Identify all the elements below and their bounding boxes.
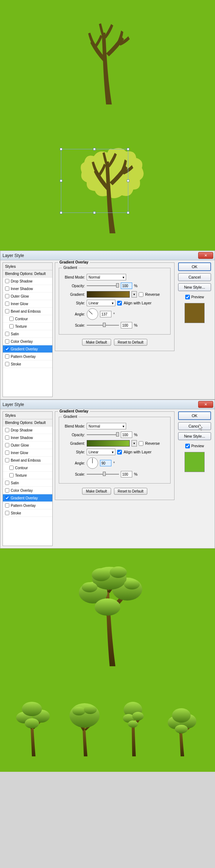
style-list-item[interactable]: Inner Shadow bbox=[3, 285, 52, 293]
style-checkbox[interactable] bbox=[9, 473, 14, 477]
style-list-item[interactable]: Texture bbox=[3, 472, 52, 479]
blending-options-row[interactable]: Blending Options: Default bbox=[3, 419, 52, 426]
style-checkbox[interactable] bbox=[5, 362, 9, 366]
slider-thumb[interactable] bbox=[116, 432, 119, 437]
transform-handle[interactable] bbox=[60, 148, 62, 150]
slider-thumb[interactable] bbox=[116, 283, 119, 288]
style-list-item[interactable]: Bevel and Emboss bbox=[3, 308, 52, 315]
style-list-item[interactable]: Contour bbox=[3, 315, 52, 323]
style-list-item[interactable]: Gradient Overlay bbox=[3, 494, 52, 502]
transform-handle[interactable] bbox=[60, 211, 62, 214]
align-checkbox[interactable] bbox=[117, 450, 122, 454]
blendmode-select[interactable]: Normal▾ bbox=[87, 423, 126, 429]
styles-header[interactable]: Styles bbox=[3, 412, 52, 419]
reverse-checkbox[interactable] bbox=[139, 441, 143, 446]
style-checkbox[interactable] bbox=[5, 451, 9, 455]
style-list-item[interactable]: Contour bbox=[3, 464, 52, 472]
style-list-item[interactable]: Outer Glow bbox=[3, 293, 52, 300]
style-checkbox[interactable] bbox=[5, 435, 9, 440]
style-select[interactable]: Linear▾ bbox=[87, 300, 115, 306]
style-checkbox[interactable] bbox=[5, 339, 9, 344]
style-list-item[interactable]: Texture bbox=[3, 323, 52, 330]
new-style-button[interactable]: New Style... bbox=[178, 432, 211, 440]
transform-handle[interactable] bbox=[127, 211, 129, 214]
scale-input[interactable] bbox=[121, 471, 132, 477]
blendmode-select[interactable]: Normal▾ bbox=[87, 274, 126, 280]
style-list-item[interactable]: Stroke bbox=[3, 509, 52, 517]
transform-handle[interactable] bbox=[127, 179, 129, 182]
gradient-dropdown[interactable]: ▼ bbox=[132, 440, 137, 447]
style-list-item[interactable]: Drop Shadow bbox=[3, 277, 52, 285]
style-checkbox[interactable] bbox=[5, 347, 9, 351]
slider-thumb[interactable] bbox=[103, 323, 106, 327]
style-list-item[interactable]: Gradient Overlay bbox=[3, 345, 52, 353]
style-checkbox[interactable] bbox=[5, 309, 9, 313]
transform-handle[interactable] bbox=[127, 148, 129, 150]
ok-button[interactable]: OK bbox=[178, 262, 211, 271]
angle-input[interactable] bbox=[100, 311, 111, 317]
preview-checkbox[interactable] bbox=[185, 444, 190, 448]
cancel-button[interactable]: Cancel bbox=[178, 273, 211, 281]
scale-input[interactable] bbox=[121, 322, 132, 328]
scale-slider[interactable] bbox=[87, 325, 119, 326]
blending-options-row[interactable]: Blending Options: Default bbox=[3, 270, 52, 277]
close-button[interactable]: ✕ bbox=[198, 401, 213, 408]
style-checkbox[interactable] bbox=[5, 503, 9, 508]
style-list-item[interactable]: Inner Glow bbox=[3, 449, 52, 457]
style-list-item[interactable]: Inner Glow bbox=[3, 300, 52, 308]
style-checkbox[interactable] bbox=[5, 332, 9, 336]
style-checkbox[interactable] bbox=[5, 354, 9, 359]
style-list-item[interactable]: Color Overlay bbox=[3, 487, 52, 494]
style-list-item[interactable]: Color Overlay bbox=[3, 338, 52, 345]
angle-dial[interactable] bbox=[87, 457, 98, 469]
style-select[interactable]: Linear▾ bbox=[87, 449, 115, 455]
scale-slider[interactable] bbox=[87, 474, 119, 475]
style-list-item[interactable]: Bevel and Emboss bbox=[3, 457, 52, 464]
reset-default-button[interactable]: Reset to Default bbox=[114, 339, 148, 346]
titlebar[interactable]: Layer Style ✕ bbox=[0, 251, 215, 260]
style-list-item[interactable]: Stroke bbox=[3, 360, 52, 368]
opacity-slider[interactable] bbox=[87, 285, 119, 286]
preview-checkbox[interactable] bbox=[185, 295, 190, 299]
gradient-dropdown[interactable]: ▼ bbox=[132, 291, 137, 298]
style-list-item[interactable]: Drop Shadow bbox=[3, 426, 52, 434]
ok-button[interactable]: OK bbox=[178, 411, 211, 420]
style-checkbox[interactable] bbox=[5, 302, 9, 306]
style-checkbox[interactable] bbox=[9, 324, 14, 328]
style-checkbox[interactable] bbox=[5, 279, 9, 283]
angle-input[interactable] bbox=[100, 460, 111, 466]
style-checkbox[interactable] bbox=[5, 286, 9, 291]
style-list-item[interactable]: Pattern Overlay bbox=[3, 353, 52, 360]
transform-handle[interactable] bbox=[60, 179, 62, 182]
style-list-item[interactable]: Inner Shadow bbox=[3, 434, 52, 442]
style-list-item[interactable]: Outer Glow bbox=[3, 442, 52, 449]
transform-bounding-box[interactable] bbox=[61, 149, 128, 213]
style-checkbox[interactable] bbox=[9, 466, 14, 470]
make-default-button[interactable]: Make Default bbox=[82, 339, 111, 346]
style-checkbox[interactable] bbox=[5, 481, 9, 485]
make-default-button[interactable]: Make Default bbox=[82, 488, 111, 495]
align-checkbox[interactable] bbox=[117, 301, 122, 305]
close-button[interactable]: ✕ bbox=[198, 252, 213, 259]
opacity-input[interactable] bbox=[121, 431, 132, 438]
gradient-picker[interactable] bbox=[87, 440, 130, 447]
reverse-checkbox[interactable] bbox=[139, 292, 143, 297]
style-checkbox[interactable] bbox=[5, 294, 9, 298]
opacity-slider[interactable] bbox=[87, 434, 119, 435]
style-list-item[interactable]: Satin bbox=[3, 479, 52, 487]
opacity-input[interactable] bbox=[121, 283, 132, 289]
style-list-item[interactable]: Pattern Overlay bbox=[3, 502, 52, 509]
cancel-button[interactable]: Cancel bbox=[178, 422, 211, 430]
style-checkbox[interactable] bbox=[5, 496, 9, 500]
style-checkbox[interactable] bbox=[5, 511, 9, 515]
reset-default-button[interactable]: Reset to Default bbox=[114, 488, 148, 495]
style-list-item[interactable]: Satin bbox=[3, 330, 52, 338]
style-checkbox[interactable] bbox=[9, 317, 14, 321]
transform-handle[interactable] bbox=[93, 148, 96, 150]
style-checkbox[interactable] bbox=[5, 428, 9, 432]
slider-thumb[interactable] bbox=[103, 472, 106, 476]
titlebar[interactable]: Layer Style ✕ bbox=[0, 400, 215, 409]
style-checkbox[interactable] bbox=[5, 458, 9, 462]
gradient-picker[interactable] bbox=[87, 291, 130, 298]
style-checkbox[interactable] bbox=[5, 488, 9, 493]
